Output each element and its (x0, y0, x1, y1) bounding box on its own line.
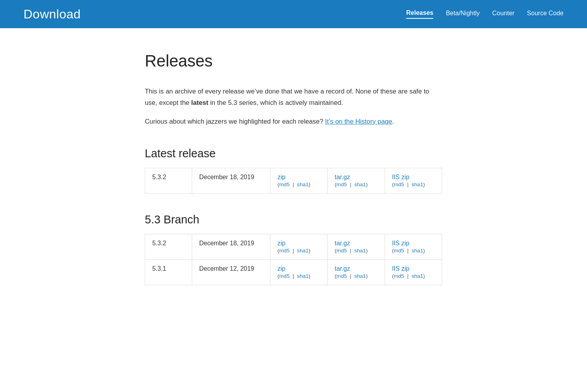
history-link[interactable]: It’s on the History page (325, 118, 392, 125)
iiszip-hashes: (md5 | sha1) (392, 273, 425, 279)
zip-md5-link[interactable]: md5 (279, 182, 290, 187)
nav-releases[interactable]: Releases (406, 9, 433, 19)
zip-hashes: (md5 | sha1) (277, 273, 310, 279)
table-row: 5.3.2 December 18, 2019 zip (md5 | sha1)… (145, 168, 442, 193)
iiszip-sha1-link[interactable]: sha1 (412, 248, 423, 254)
targz-cell: tar.gz (md5 | sha1) (328, 168, 385, 193)
date-cell: December 18, 2019 (192, 234, 270, 259)
hash-sep: | (348, 248, 353, 254)
zip-hashes: (md5 | sha1) (277, 182, 310, 187)
nav-counter[interactable]: Counter (492, 10, 515, 18)
targz-sha1-link[interactable]: sha1 (354, 248, 366, 254)
version-label: 5.3.1 (152, 265, 166, 272)
branch-53-heading: 5.3 Branch (145, 213, 442, 226)
header: Download Releases Beta/Nightly Counter S… (0, 0, 587, 28)
targz-md5-link[interactable]: md5 (337, 248, 347, 254)
zip-hashes: (md5 | sha1) (277, 248, 310, 254)
targz-hashes: (md5 | sha1) (335, 248, 367, 254)
date-label: December 18, 2019 (199, 174, 254, 180)
iiszip-md5-link[interactable]: md5 (394, 273, 404, 279)
targz-cell: tar.gz (md5 | sha1) (328, 259, 385, 285)
version-cell: 5.3.2 (145, 234, 192, 259)
history-paragraph: Curious about which jazzers we highlight… (145, 116, 442, 128)
table-row: 5.3.1 December 12, 2019 zip (md5 | sha1)… (145, 259, 442, 285)
hash-sep: | (406, 182, 410, 187)
date-cell: December 18, 2019 (192, 168, 270, 193)
iiszip-sha1-link[interactable]: sha1 (412, 273, 423, 279)
iiszip-link[interactable]: IIS zip (392, 174, 435, 181)
hash-sep: | (291, 248, 295, 254)
iiszip-cell: IIS zip (md5 | sha1) (385, 259, 442, 285)
iiszip-link[interactable]: IIS zip (392, 240, 435, 247)
branch-53-table: 5.3.2 December 18, 2019 zip (md5 | sha1)… (145, 234, 442, 285)
targz-md5-link[interactable]: md5 (337, 182, 347, 187)
date-cell: December 12, 2019 (192, 259, 270, 285)
version-cell: 5.3.2 (145, 168, 192, 193)
nav-beta-nightly[interactable]: Beta/Nightly (446, 10, 479, 18)
history-text-prefix: Curious about which jazzers we highlight… (145, 118, 325, 125)
table-row: 5.3.2 December 18, 2019 zip (md5 | sha1)… (145, 234, 442, 259)
targz-link[interactable]: tar.gz (335, 240, 377, 247)
targz-sha1-link[interactable]: sha1 (354, 182, 366, 187)
zip-link[interactable]: zip (277, 240, 320, 247)
iiszip-hashes: (md5 | sha1) (392, 248, 425, 254)
hash-sep: | (348, 182, 353, 187)
iiszip-cell: IIS zip (md5 | sha1) (385, 168, 442, 193)
iiszip-md5-link[interactable]: md5 (394, 182, 404, 187)
targz-sha1-link[interactable]: sha1 (354, 273, 366, 279)
nav-source-code[interactable]: Source Code (527, 10, 564, 18)
intro-text-suffix: in the 5.3 series, which is actively mai… (208, 99, 343, 106)
hash-sep: | (406, 248, 410, 254)
main-nav: Releases Beta/Nightly Counter Source Cod… (406, 9, 564, 19)
zip-sha1-link[interactable]: sha1 (297, 248, 308, 254)
targz-cell: tar.gz (md5 | sha1) (328, 234, 385, 259)
iiszip-md5-link[interactable]: md5 (394, 248, 404, 254)
latest-release-table: 5.3.2 December 18, 2019 zip (md5 | sha1)… (145, 168, 442, 194)
main-content: Releases This is an archive of every rel… (137, 28, 450, 328)
version-label: 5.3.2 (152, 240, 166, 246)
version-cell: 5.3.1 (145, 259, 192, 285)
targz-md5-link[interactable]: md5 (337, 273, 347, 279)
zip-md5-link[interactable]: md5 (279, 248, 290, 254)
history-text-suffix: . (392, 118, 394, 125)
zip-cell: zip (md5 | sha1) (270, 259, 328, 285)
zip-cell: zip (md5 | sha1) (270, 168, 328, 193)
page-title: Releases (145, 52, 442, 70)
hash-sep: | (406, 273, 410, 279)
hash-sep: | (291, 182, 295, 187)
date-label: December 18, 2019 (199, 240, 254, 246)
zip-link[interactable]: zip (277, 265, 320, 272)
targz-link[interactable]: tar.gz (335, 265, 377, 272)
intro-paragraph: This is an archive of every release we’v… (145, 86, 442, 108)
zip-md5-link[interactable]: md5 (279, 273, 290, 279)
iiszip-link[interactable]: IIS zip (392, 265, 435, 272)
latest-release-heading: Latest release (145, 147, 442, 160)
date-label: December 12, 2019 (199, 265, 254, 272)
hash-sep: | (291, 273, 295, 279)
version-label: 5.3.2 (152, 174, 166, 180)
targz-hashes: (md5 | sha1) (335, 182, 367, 187)
targz-link[interactable]: tar.gz (335, 174, 377, 181)
iiszip-hashes: (md5 | sha1) (392, 182, 425, 187)
zip-sha1-link[interactable]: sha1 (297, 182, 308, 187)
targz-hashes: (md5 | sha1) (335, 273, 367, 279)
site-title: Download (23, 7, 81, 22)
iiszip-sha1-link[interactable]: sha1 (412, 182, 423, 187)
zip-sha1-link[interactable]: sha1 (297, 273, 308, 279)
intro-bold: latest (191, 99, 208, 106)
hash-sep: | (348, 273, 353, 279)
zip-cell: zip (md5 | sha1) (270, 234, 328, 259)
zip-link[interactable]: zip (277, 174, 320, 181)
iiszip-cell: IIS zip (md5 | sha1) (385, 234, 442, 259)
